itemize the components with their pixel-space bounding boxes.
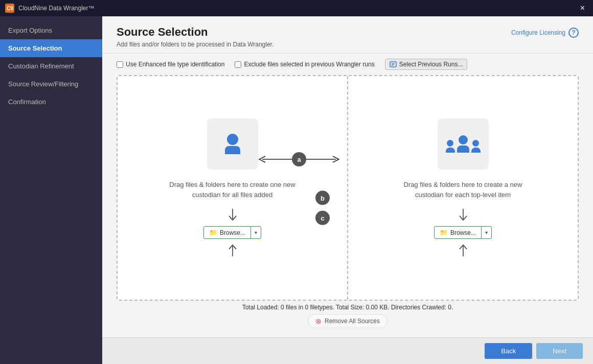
- select-previous-runs-button[interactable]: Select Previous Runs...: [385, 59, 468, 70]
- left-zone-text: Drag files & folders here to create one …: [169, 180, 295, 200]
- app-title: CloudNine Data Wrangler™: [18, 5, 95, 12]
- runs-icon: [390, 61, 397, 68]
- sidebar-item-source-selection[interactable]: Source Selection: [0, 39, 102, 57]
- enhanced-type-checkbox[interactable]: [117, 61, 123, 68]
- up-arrow-left: [225, 242, 240, 257]
- page-subtitle: Add files and/or folders to be processed…: [117, 41, 273, 48]
- single-custodian-icon-wrapper: [207, 118, 258, 169]
- drop-zones-container: Drag files & folders here to create one …: [102, 75, 593, 337]
- circle-label-a: a: [292, 152, 306, 166]
- page-title: Source Selection: [117, 26, 273, 39]
- enhanced-type-checkbox-label[interactable]: Use Enhanced file type identification: [117, 61, 224, 68]
- browse-label-right: Browse...: [450, 229, 476, 236]
- right-arrow-a: [306, 154, 342, 164]
- exclude-prev-label: Exclude files selected in previous Wrang…: [244, 61, 374, 68]
- status-text: Total Loaded: 0 files in 0 filetypes. To…: [242, 304, 453, 311]
- multi-person-icon: [446, 135, 481, 153]
- content-header: Source Selection Add files and/or folder…: [102, 16, 593, 54]
- up-arrow-right: [455, 242, 471, 257]
- down-arrow-left: [225, 208, 240, 223]
- select-prev-label: Select Previous Runs...: [399, 61, 463, 68]
- browse-main-left[interactable]: 📁 Browse...: [204, 227, 251, 238]
- browse-dropdown-right[interactable]: ▾: [482, 228, 491, 237]
- browse-dropdown-left[interactable]: ▾: [251, 228, 261, 237]
- sidebar-item-confirmation[interactable]: Confirmation: [0, 93, 102, 111]
- remove-all-sources-button[interactable]: ⊗ Remove All Sources: [308, 314, 387, 328]
- main-content: Source Selection Add files and/or folder…: [102, 16, 593, 364]
- svg-rect-2: [390, 62, 396, 67]
- close-button[interactable]: ×: [577, 3, 588, 14]
- down-arrow-right: [455, 208, 471, 223]
- exclude-prev-checkbox-label[interactable]: Exclude files selected in previous Wrang…: [235, 61, 374, 68]
- svg-text:C9: C9: [7, 6, 13, 11]
- remove-icon: ⊗: [315, 317, 322, 325]
- drop-zones-row: Drag files & folders here to create one …: [117, 75, 579, 301]
- person-icon-3: [471, 140, 481, 153]
- options-bar: Use Enhanced file type identification Ex…: [102, 54, 593, 75]
- folder-icon-left: 📁: [209, 229, 217, 236]
- title-bar: C9 CloudNine Data Wrangler™ ×: [0, 0, 593, 16]
- help-button[interactable]: ?: [568, 28, 579, 38]
- right-zone-text: Drag files & folders here to create a ne…: [404, 180, 522, 200]
- status-bar: Total Loaded: 0 files in 0 filetypes. To…: [117, 301, 579, 314]
- circle-label-c: c: [315, 211, 330, 225]
- sidebar: Export Options Source Selection Custodia…: [0, 16, 102, 364]
- person-icon-1: [446, 140, 455, 153]
- multi-custodian-icon-wrapper: [438, 118, 489, 169]
- back-button[interactable]: Back: [485, 343, 532, 359]
- drop-zone-single-custodian[interactable]: Drag files & folders here to create one …: [118, 76, 348, 300]
- single-person-icon: [225, 134, 240, 154]
- sidebar-item-source-review[interactable]: Source Review/Filtering: [0, 75, 102, 93]
- browse-label-left: Browse...: [220, 229, 245, 236]
- drop-zone-multi-custodian[interactable]: Drag files & folders here to create a ne…: [348, 76, 578, 300]
- person-icon-2: [457, 135, 469, 153]
- browse-button-left[interactable]: 📁 Browse... ▾: [203, 226, 261, 239]
- browse-button-right[interactable]: 📁 Browse... ▾: [434, 226, 492, 239]
- browse-main-right[interactable]: 📁 Browse...: [435, 227, 482, 238]
- left-arrow-a: [256, 154, 292, 164]
- exclude-prev-checkbox[interactable]: [235, 61, 241, 68]
- configure-licensing-link[interactable]: Configure Licensing: [511, 29, 565, 36]
- sidebar-item-custodian-refinement[interactable]: Custodian Refinement: [0, 57, 102, 75]
- app-icon: C9: [5, 4, 14, 13]
- next-button[interactable]: Next: [536, 343, 583, 359]
- circle-label-b: b: [315, 191, 330, 205]
- folder-icon-right: 📁: [440, 229, 448, 236]
- sidebar-item-export-options[interactable]: Export Options: [0, 21, 102, 39]
- remove-label: Remove All Sources: [325, 318, 380, 325]
- footer: Back Next: [102, 337, 593, 364]
- enhanced-type-label: Use Enhanced file type identification: [126, 61, 224, 68]
